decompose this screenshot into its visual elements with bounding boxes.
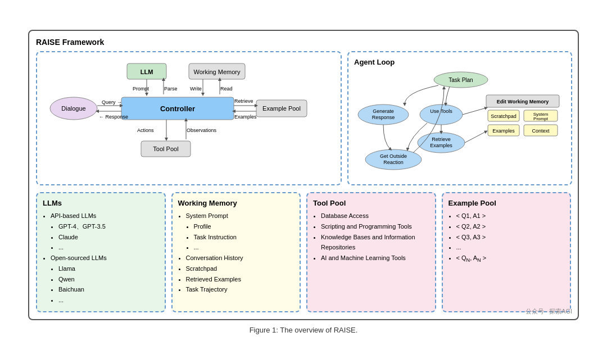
list-item: Conversation History	[186, 253, 295, 263]
list-item: Profile	[194, 221, 295, 232]
svg-text:Examples: Examples	[234, 114, 257, 120]
list-item: Database Access	[321, 211, 429, 221]
svg-text:Task Plan: Task Plan	[449, 77, 473, 83]
right-diagram-svg: Task Plan Generate Response Use Tools Re…	[354, 70, 568, 176]
list-item: Qwen	[58, 274, 159, 285]
list-item: Knowledge Bases and Information Reposito…	[321, 232, 429, 253]
left-diagram-svg: LLM Working Memory Prompt Parse Write	[43, 58, 335, 176]
tool-pool-title: Tool Pool	[313, 199, 429, 207]
svg-text:Working Memory: Working Memory	[194, 69, 241, 75]
watermark: 公众号 · 探索AGI	[526, 307, 572, 316]
svg-text:Generate: Generate	[373, 108, 394, 114]
svg-text:Dialogue: Dialogue	[61, 105, 85, 112]
list-item: ...	[456, 242, 565, 253]
page-container: RAISE Framework LLM Working Memory Promp…	[0, 0, 607, 364]
list-item: AI and Machine Learning Tools	[321, 253, 429, 263]
svg-text:Scratchpad: Scratchpad	[491, 113, 517, 119]
svg-text:Tool Pool: Tool Pool	[153, 145, 178, 152]
svg-text:Get Outside: Get Outside	[380, 153, 407, 159]
list-item: Scripting and Programming Tools	[321, 221, 429, 232]
example-pool-title: Example Pool	[449, 199, 565, 207]
svg-text:Edit Working Memory: Edit Working Memory	[497, 99, 549, 104]
svg-text:Query →: Query →	[102, 99, 122, 105]
list-item: Baichuan	[58, 284, 159, 295]
list-item: System Prompt Profile Task Instruction .…	[186, 211, 295, 253]
figure-caption: Figure 1: The overview of RAISE.	[250, 326, 358, 334]
list-item: < Q2, A2 >	[456, 221, 565, 232]
working-memory-card: Working Memory System Prompt Profile Tas…	[171, 192, 301, 312]
tool-pool-card: Tool Pool Database Access Scripting and …	[306, 192, 436, 312]
svg-text:← Response: ← Response	[99, 114, 128, 120]
svg-text:Examples: Examples	[492, 128, 515, 134]
list-item: Task Instruction	[194, 232, 295, 243]
svg-text:Read: Read	[220, 86, 233, 92]
example-pool-content: < Q1, A1 > < Q2, A2 > < Q3, A3 > ... < Q…	[449, 211, 565, 265]
list-item: Retrieved Examples	[186, 274, 295, 285]
list-item: < Q1, A1 >	[456, 211, 565, 221]
llms-title: LLMs	[43, 199, 159, 207]
svg-text:Parse: Parse	[164, 86, 178, 92]
svg-text:Example Pool: Example Pool	[262, 105, 301, 112]
list-item: < Q3, A3 >	[456, 232, 565, 243]
list-item: API-based LLMs GPT-4、GPT-3.5 Claude ...	[51, 211, 159, 253]
left-diagram: LLM Working Memory Prompt Parse Write	[36, 51, 342, 185]
svg-text:Prompt: Prompt	[533, 116, 549, 121]
list-item: Task Trajectory	[186, 284, 295, 295]
list-item: ...	[194, 242, 295, 253]
svg-text:LLM: LLM	[141, 69, 153, 75]
svg-text:Retrieve: Retrieve	[234, 98, 253, 104]
list-item: GPT-4、GPT-3.5	[58, 221, 159, 232]
svg-text:Controller: Controller	[160, 104, 195, 113]
svg-text:Reaction: Reaction	[383, 160, 404, 165]
list-item: Llama	[58, 263, 159, 274]
svg-text:Prompt: Prompt	[133, 86, 150, 92]
list-item: ...	[58, 242, 159, 253]
tool-pool-content: Database Access Scripting and Programmin…	[313, 211, 429, 263]
list-item: Claude	[58, 232, 159, 243]
llms-content: API-based LLMs GPT-4、GPT-3.5 Claude ... …	[43, 211, 159, 305]
svg-line-57	[465, 131, 486, 143]
svg-text:Context: Context	[532, 128, 550, 134]
svg-text:Observations: Observations	[187, 128, 217, 133]
working-memory-content: System Prompt Profile Task Instruction .…	[178, 211, 295, 295]
svg-text:Examples: Examples	[430, 143, 452, 148]
frame-title: RAISE Framework	[36, 38, 571, 47]
svg-text:Response: Response	[372, 115, 395, 120]
right-diagram: Agent Loop Task Plan Generate Response	[347, 51, 572, 185]
working-memory-title: Working Memory	[178, 199, 295, 207]
svg-text:Write: Write	[190, 86, 202, 92]
main-frame: RAISE Framework LLM Working Memory Promp…	[28, 30, 579, 320]
svg-text:Retrieve: Retrieve	[432, 136, 451, 142]
llms-card: LLMs API-based LLMs GPT-4、GPT-3.5 Claude…	[36, 192, 166, 312]
agent-loop-title: Agent Loop	[354, 58, 565, 66]
svg-line-56	[463, 108, 486, 115]
svg-point-37	[420, 104, 463, 125]
top-section: LLM Working Memory Prompt Parse Write	[36, 51, 571, 185]
svg-text:Actions: Actions	[137, 128, 154, 133]
list-item: < QN, AN >	[456, 253, 565, 265]
example-pool-card: Example Pool < Q1, A1 > < Q2, A2 > < Q3,…	[442, 192, 572, 312]
list-item: Open-sourced LLMs Llama Qwen Baichuan ..…	[51, 253, 159, 305]
bottom-section: LLMs API-based LLMs GPT-4、GPT-3.5 Claude…	[36, 192, 571, 312]
list-item: ...	[58, 295, 159, 306]
list-item: Scratchpad	[186, 263, 295, 274]
